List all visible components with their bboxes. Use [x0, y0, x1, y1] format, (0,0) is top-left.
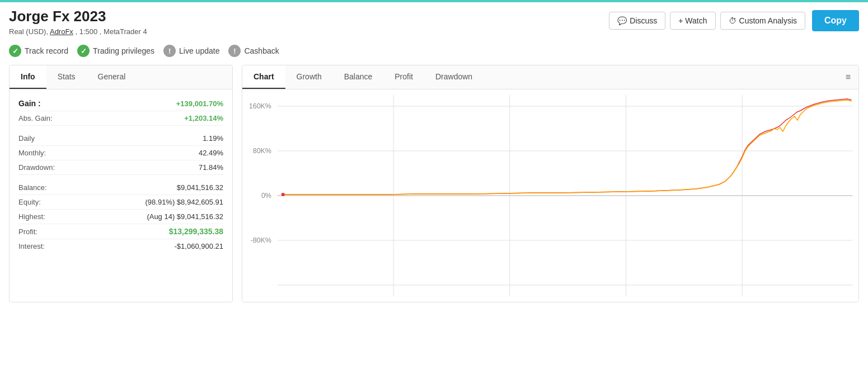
chart-tab-balance[interactable]: Balance: [333, 65, 384, 89]
badges-row: ✓ Track record ✓ Trading privileges ! Li…: [0, 39, 868, 65]
daily-value: 1.19%: [203, 134, 223, 143]
custom-analysis-label: Custom Analysis: [739, 16, 797, 25]
drawdown-label: Drawdown:: [18, 163, 55, 172]
header-left: Jorge Fx 2023 Real (USD), AdroFx , 1:500…: [9, 8, 147, 36]
subtitle-text: Real (USD),: [9, 27, 50, 36]
daily-row: Daily 1.19%: [18, 131, 223, 146]
filter-icon[interactable]: ≡: [838, 67, 858, 88]
gain-label: Gain :: [18, 99, 41, 108]
info-icon-cashback: !: [228, 45, 241, 57]
profit-row: Profit: $13,299,335.38: [18, 224, 223, 239]
badge-cashback-label: Cashback: [244, 46, 279, 55]
svg-point-14: [281, 193, 285, 196]
copy-button[interactable]: Copy: [812, 10, 859, 31]
svg-text:-80K%: -80K%: [251, 236, 272, 244]
badge-live-update: ! Live update: [163, 45, 219, 57]
chart-svg: 160K% 80K% 0% -80K%: [242, 89, 858, 302]
subtitle: Real (USD), AdroFx , 1:500 , MetaTrader …: [9, 27, 147, 36]
copy-label: Copy: [824, 16, 847, 25]
check-icon-trading-privileges: ✓: [77, 45, 90, 57]
chart-area: 160K% 80K% 0% -80K%: [242, 89, 858, 302]
subtitle-rest: , 1:500 , MetaTrader 4: [76, 27, 147, 36]
page-title: Jorge Fx 2023: [9, 8, 147, 25]
highest-value: (Aug 14) $9,041,516.32: [147, 212, 223, 221]
tab-general[interactable]: General: [87, 65, 137, 89]
header: Jorge Fx 2023 Real (USD), AdroFx , 1:500…: [0, 2, 868, 39]
balance-row: Balance: $9,041,516.32: [18, 181, 223, 195]
profit-label: Profit:: [18, 227, 37, 236]
equity-row: Equity: (98.91%) $8,942,605.91: [18, 195, 223, 210]
equity-value: (98.91%) $8,942,605.91: [146, 198, 224, 206]
interest-label: Interest:: [18, 242, 45, 250]
drawdown-row: Drawdown: 71.84%: [18, 160, 223, 175]
check-icon-track-record: ✓: [9, 45, 21, 57]
gain-row: Gain : +139,001.70%: [18, 96, 223, 111]
chart-tab-drawdown[interactable]: Drawdown: [424, 65, 484, 89]
balance-label: Balance:: [18, 183, 47, 192]
gain-value: +139,001.70%: [176, 99, 223, 108]
interest-value: -$1,060,900.21: [175, 242, 223, 250]
badge-trading-privileges: ✓ Trading privileges: [77, 45, 154, 57]
info-icon-live-update: !: [163, 45, 176, 57]
info-table: Gain : +139,001.70% Abs. Gain: +1,203.14…: [10, 89, 232, 260]
drawdown-value: 71.84%: [199, 163, 223, 172]
daily-label: Daily: [18, 134, 35, 143]
discuss-label: Discuss: [630, 16, 657, 25]
header-right: 💬 Discuss + Watch ⏱ Custom Analysis Copy: [609, 10, 859, 31]
highest-row: Highest: (Aug 14) $9,041,516.32: [18, 210, 223, 224]
balance-value: $9,041,516.32: [177, 183, 223, 192]
monthly-label: Monthly:: [18, 149, 46, 157]
discuss-button[interactable]: 💬 Discuss: [609, 12, 665, 30]
clock-icon: ⏱: [729, 16, 736, 25]
chart-tab-chart[interactable]: Chart: [242, 65, 285, 89]
watch-button[interactable]: + Watch: [670, 12, 715, 30]
interest-row: Interest: -$1,060,900.21: [18, 239, 223, 253]
badge-track-record-label: Track record: [25, 46, 68, 55]
svg-text:160K%: 160K%: [249, 102, 271, 110]
left-tabs: Info Stats General: [10, 65, 232, 89]
abs-gain-label: Abs. Gain:: [18, 114, 53, 122]
svg-text:0%: 0%: [261, 192, 271, 200]
custom-analysis-button[interactable]: ⏱ Custom Analysis: [720, 12, 805, 30]
badge-cashback: ! Cashback: [228, 45, 279, 57]
monthly-value: 42.49%: [199, 149, 223, 157]
badge-live-update-label: Live update: [179, 46, 219, 55]
right-panel: Chart Growth Balance Profit Drawdown ≡: [242, 65, 859, 302]
tab-stats[interactable]: Stats: [46, 65, 87, 89]
tab-info[interactable]: Info: [10, 65, 46, 89]
broker-link[interactable]: AdroFx: [50, 27, 73, 36]
badge-track-record: ✓ Track record: [9, 45, 68, 57]
abs-gain-row: Abs. Gain: +1,203.14%: [18, 111, 223, 126]
equity-label: Equity:: [18, 198, 41, 206]
highest-label: Highest:: [18, 212, 45, 221]
chat-icon: 💬: [617, 16, 627, 25]
chart-tab-profit[interactable]: Profit: [383, 65, 424, 89]
watch-label: + Watch: [678, 16, 707, 25]
monthly-row: Monthly: 42.49%: [18, 146, 223, 160]
abs-gain-value: +1,203.14%: [184, 114, 223, 122]
svg-text:80K%: 80K%: [253, 147, 271, 155]
chart-tabs: Chart Growth Balance Profit Drawdown ≡: [242, 65, 858, 89]
left-panel: Info Stats General Gain : +139,001.70% A…: [9, 65, 233, 302]
chart-tab-growth[interactable]: Growth: [285, 65, 333, 89]
badge-trading-privileges-label: Trading privileges: [93, 46, 154, 55]
main-content: Info Stats General Gain : +139,001.70% A…: [0, 65, 868, 311]
profit-value: $13,299,335.38: [169, 227, 223, 236]
